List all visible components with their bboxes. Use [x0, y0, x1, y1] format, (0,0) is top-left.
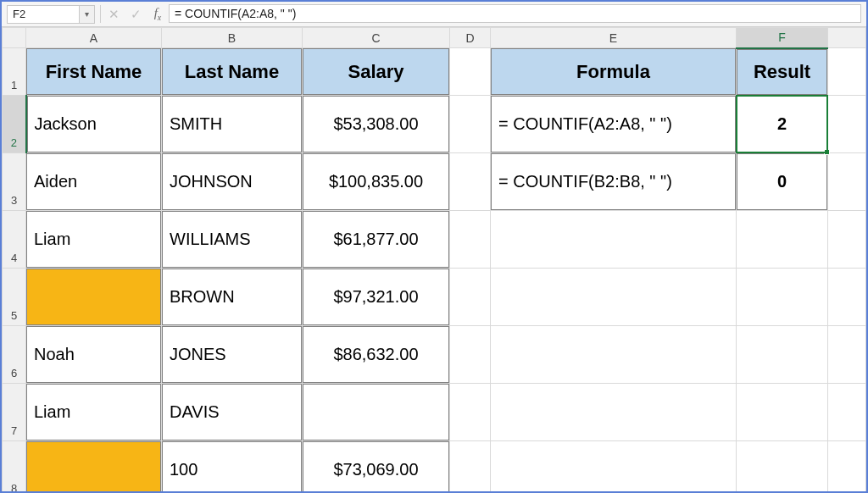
cell-blank[interactable] — [828, 384, 866, 441]
cell-D7[interactable] — [450, 384, 491, 441]
cell-content: $73,069.00 — [303, 441, 449, 491]
cell-C2[interactable]: $53,308.00 — [303, 96, 450, 153]
row-header-5[interactable]: 5 — [3, 269, 26, 326]
cell-A5[interactable] — [26, 269, 162, 326]
table-row: 2 Jackson SMITH $53,308.00 = COUNTIF(A2:… — [3, 96, 866, 153]
cell-blank[interactable] — [828, 153, 866, 211]
col-header-E[interactable]: E — [491, 28, 737, 48]
cell-A4[interactable]: Liam — [26, 211, 162, 269]
cell-content: = COUNTIF(A2:A8, " ") — [491, 96, 736, 152]
cell-blank[interactable] — [828, 48, 866, 96]
cell-E1[interactable]: Formula — [491, 48, 737, 96]
cell-E8[interactable] — [491, 441, 737, 492]
cell-F8[interactable] — [737, 441, 828, 492]
cell-content: Noah — [26, 326, 161, 383]
cell-A3[interactable]: Aiden — [26, 153, 162, 211]
cell-content: SMITH — [162, 96, 302, 152]
fill-handle[interactable] — [824, 149, 830, 155]
cell-content: $61,877.00 — [303, 211, 449, 268]
cell-D3[interactable] — [450, 153, 491, 211]
column-header-row: A B C D E F — [3, 28, 866, 48]
col-header-blank[interactable] — [828, 28, 866, 48]
table-row: 8 100 $73,069.00 — [3, 441, 866, 492]
row-header-4[interactable]: 4 — [3, 211, 26, 269]
name-box[interactable]: F2 — [7, 5, 80, 24]
col-header-D[interactable]: D — [450, 28, 491, 48]
cell-D8[interactable] — [450, 441, 491, 492]
cell-content: Result — [737, 49, 827, 96]
cell-C5[interactable]: $97,321.00 — [303, 269, 450, 326]
cell-B2[interactable]: SMITH — [162, 96, 303, 153]
cell-D6[interactable] — [450, 326, 491, 384]
cell-content: Last Name — [162, 48, 302, 95]
cell-A7[interactable]: Liam — [26, 384, 162, 441]
cell-blank[interactable] — [828, 96, 866, 153]
insert-function-button[interactable]: fx — [147, 2, 169, 26]
row-header-8[interactable]: 8 — [3, 441, 26, 492]
cell-E3[interactable]: = COUNTIF(B2:B8, " ") — [491, 153, 737, 211]
cell-content: WILLIAMS — [162, 211, 302, 268]
cell-A1[interactable]: First Name — [26, 48, 162, 96]
cell-F1[interactable]: Result — [737, 48, 828, 96]
check-icon: ✓ — [131, 7, 142, 22]
cell-E4[interactable] — [491, 211, 737, 269]
cell-F7[interactable] — [737, 384, 828, 441]
cell-B3[interactable]: JOHNSON — [162, 153, 303, 211]
table-row: 3 Aiden JOHNSON $100,835.00 = COUNTIF(B2… — [3, 153, 866, 211]
cell-E2[interactable]: = COUNTIF(A2:A8, " ") — [491, 96, 737, 153]
row-header-1[interactable]: 1 — [3, 48, 26, 96]
cell-C8[interactable]: $73,069.00 — [303, 441, 450, 492]
row-header-7[interactable]: 7 — [3, 384, 26, 441]
col-header-C[interactable]: C — [303, 28, 450, 48]
col-header-A[interactable]: A — [26, 28, 162, 48]
cancel-formula-button[interactable]: ✕ — [103, 2, 125, 26]
formula-input[interactable]: = COUNTIF(A2:A8, " ") — [169, 4, 861, 23]
cell-B5[interactable]: BROWN — [162, 269, 303, 326]
table-row: 4 Liam WILLIAMS $61,877.00 — [3, 211, 866, 269]
cell-D1[interactable] — [450, 48, 491, 96]
cell-content: Liam — [26, 211, 161, 268]
cell-B4[interactable]: WILLIAMS — [162, 211, 303, 269]
col-header-B[interactable]: B — [162, 28, 303, 48]
cell-E5[interactable] — [491, 269, 737, 326]
cell-F4[interactable] — [737, 211, 828, 269]
cell-C7[interactable] — [303, 384, 450, 441]
confirm-formula-button[interactable]: ✓ — [125, 2, 147, 26]
cell-B7[interactable]: DAVIS — [162, 384, 303, 441]
cell-blank[interactable] — [828, 326, 866, 384]
name-box-dropdown[interactable]: ▾ — [80, 5, 95, 24]
cell-blank[interactable] — [828, 211, 866, 269]
cell-C4[interactable]: $61,877.00 — [303, 211, 450, 269]
col-header-F[interactable]: F — [737, 28, 828, 48]
cell-blank[interactable] — [828, 441, 866, 492]
row-header-2[interactable]: 2 — [3, 96, 26, 153]
cell-F3[interactable]: 0 — [737, 153, 828, 211]
cell-D4[interactable] — [450, 211, 491, 269]
cell-C1[interactable]: Salary — [303, 48, 450, 96]
row-header-3[interactable]: 3 — [3, 153, 26, 211]
cell-blank[interactable] — [828, 269, 866, 326]
cell-B1[interactable]: Last Name — [162, 48, 303, 96]
spreadsheet-grid[interactable]: A B C D E F 1 First Name Last Name Salar… — [2, 27, 866, 491]
cell-B6[interactable]: JONES — [162, 326, 303, 384]
separator — [100, 5, 101, 23]
cell-D2[interactable] — [450, 96, 491, 153]
cell-content: = COUNTIF(B2:B8, " ") — [491, 153, 736, 210]
cell-A8[interactable] — [26, 441, 162, 492]
cell-F2[interactable]: 2 — [737, 96, 828, 153]
cell-F6[interactable] — [737, 326, 828, 384]
cell-C6[interactable]: $86,632.00 — [303, 326, 450, 384]
cell-content: $97,321.00 — [303, 269, 449, 325]
cell-D5[interactable] — [450, 269, 491, 326]
cell-content: Salary — [303, 48, 449, 95]
cell-E6[interactable] — [491, 326, 737, 384]
cell-E7[interactable] — [491, 384, 737, 441]
cell-A6[interactable]: Noah — [26, 326, 162, 384]
cell-B8[interactable]: 100 — [162, 441, 303, 492]
select-all-corner[interactable] — [3, 28, 26, 48]
cell-F5[interactable] — [737, 269, 828, 326]
row-header-6[interactable]: 6 — [3, 326, 26, 384]
cell-A2[interactable]: Jackson — [26, 96, 162, 153]
chevron-down-icon: ▾ — [85, 9, 89, 19]
cell-C3[interactable]: $100,835.00 — [303, 153, 450, 211]
